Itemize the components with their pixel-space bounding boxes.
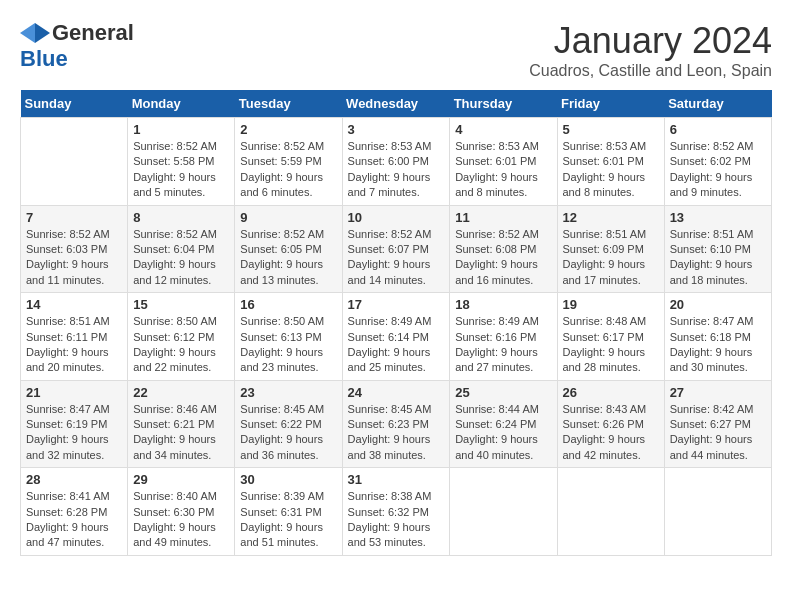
day-number: 24 [348, 385, 445, 400]
day-number: 1 [133, 122, 229, 137]
calendar-cell: 21Sunrise: 8:47 AMSunset: 6:19 PMDayligh… [21, 380, 128, 468]
calendar-table: SundayMondayTuesdayWednesdayThursdayFrid… [20, 90, 772, 556]
day-info: Sunrise: 8:50 AMSunset: 6:13 PMDaylight:… [240, 314, 336, 376]
day-number: 27 [670, 385, 766, 400]
calendar-cell: 6Sunrise: 8:52 AMSunset: 6:02 PMDaylight… [664, 118, 771, 206]
day-info: Sunrise: 8:42 AMSunset: 6:27 PMDaylight:… [670, 402, 766, 464]
day-number: 7 [26, 210, 122, 225]
day-info: Sunrise: 8:53 AMSunset: 6:00 PMDaylight:… [348, 139, 445, 201]
day-info: Sunrise: 8:53 AMSunset: 6:01 PMDaylight:… [563, 139, 659, 201]
calendar-cell: 29Sunrise: 8:40 AMSunset: 6:30 PMDayligh… [128, 468, 235, 556]
calendar-cell: 3Sunrise: 8:53 AMSunset: 6:00 PMDaylight… [342, 118, 450, 206]
day-info: Sunrise: 8:51 AMSunset: 6:11 PMDaylight:… [26, 314, 122, 376]
calendar-cell: 22Sunrise: 8:46 AMSunset: 6:21 PMDayligh… [128, 380, 235, 468]
day-number: 19 [563, 297, 659, 312]
day-info: Sunrise: 8:52 AMSunset: 6:04 PMDaylight:… [133, 227, 229, 289]
calendar-cell: 13Sunrise: 8:51 AMSunset: 6:10 PMDayligh… [664, 205, 771, 293]
calendar-cell: 15Sunrise: 8:50 AMSunset: 6:12 PMDayligh… [128, 293, 235, 381]
day-info: Sunrise: 8:40 AMSunset: 6:30 PMDaylight:… [133, 489, 229, 551]
day-info: Sunrise: 8:49 AMSunset: 6:16 PMDaylight:… [455, 314, 551, 376]
day-number: 12 [563, 210, 659, 225]
calendar-cell: 19Sunrise: 8:48 AMSunset: 6:17 PMDayligh… [557, 293, 664, 381]
calendar-cell: 10Sunrise: 8:52 AMSunset: 6:07 PMDayligh… [342, 205, 450, 293]
day-number: 23 [240, 385, 336, 400]
calendar-cell: 4Sunrise: 8:53 AMSunset: 6:01 PMDaylight… [450, 118, 557, 206]
logo-blue: Blue [20, 46, 68, 71]
day-info: Sunrise: 8:47 AMSunset: 6:19 PMDaylight:… [26, 402, 122, 464]
day-info: Sunrise: 8:52 AMSunset: 6:02 PMDaylight:… [670, 139, 766, 201]
day-number: 3 [348, 122, 445, 137]
logo: General Blue [20, 20, 134, 72]
weekday-header: Monday [128, 90, 235, 118]
day-number: 25 [455, 385, 551, 400]
day-number: 4 [455, 122, 551, 137]
title-block: January 2024 Cuadros, Castille and Leon,… [529, 20, 772, 80]
calendar-cell: 30Sunrise: 8:39 AMSunset: 6:31 PMDayligh… [235, 468, 342, 556]
day-info: Sunrise: 8:51 AMSunset: 6:09 PMDaylight:… [563, 227, 659, 289]
day-info: Sunrise: 8:47 AMSunset: 6:18 PMDaylight:… [670, 314, 766, 376]
day-info: Sunrise: 8:43 AMSunset: 6:26 PMDaylight:… [563, 402, 659, 464]
calendar-cell: 23Sunrise: 8:45 AMSunset: 6:22 PMDayligh… [235, 380, 342, 468]
day-info: Sunrise: 8:38 AMSunset: 6:32 PMDaylight:… [348, 489, 445, 551]
svg-marker-0 [35, 23, 50, 43]
day-number: 11 [455, 210, 551, 225]
day-info: Sunrise: 8:51 AMSunset: 6:10 PMDaylight:… [670, 227, 766, 289]
day-info: Sunrise: 8:52 AMSunset: 6:05 PMDaylight:… [240, 227, 336, 289]
day-info: Sunrise: 8:52 AMSunset: 5:59 PMDaylight:… [240, 139, 336, 201]
day-info: Sunrise: 8:52 AMSunset: 6:08 PMDaylight:… [455, 227, 551, 289]
calendar-cell: 2Sunrise: 8:52 AMSunset: 5:59 PMDaylight… [235, 118, 342, 206]
calendar-week-row: 21Sunrise: 8:47 AMSunset: 6:19 PMDayligh… [21, 380, 772, 468]
day-number: 26 [563, 385, 659, 400]
day-number: 30 [240, 472, 336, 487]
calendar-cell [21, 118, 128, 206]
calendar-cell [557, 468, 664, 556]
calendar-cell [450, 468, 557, 556]
day-info: Sunrise: 8:45 AMSunset: 6:23 PMDaylight:… [348, 402, 445, 464]
weekday-header: Friday [557, 90, 664, 118]
weekday-header: Saturday [664, 90, 771, 118]
day-number: 16 [240, 297, 336, 312]
day-number: 31 [348, 472, 445, 487]
weekday-header: Wednesday [342, 90, 450, 118]
day-number: 8 [133, 210, 229, 225]
day-number: 5 [563, 122, 659, 137]
day-number: 14 [26, 297, 122, 312]
calendar-cell: 8Sunrise: 8:52 AMSunset: 6:04 PMDaylight… [128, 205, 235, 293]
page-header: General Blue January 2024 Cuadros, Casti… [20, 20, 772, 80]
calendar-cell: 20Sunrise: 8:47 AMSunset: 6:18 PMDayligh… [664, 293, 771, 381]
day-info: Sunrise: 8:52 AMSunset: 6:03 PMDaylight:… [26, 227, 122, 289]
day-info: Sunrise: 8:41 AMSunset: 6:28 PMDaylight:… [26, 489, 122, 551]
weekday-header: Thursday [450, 90, 557, 118]
weekday-header: Tuesday [235, 90, 342, 118]
day-info: Sunrise: 8:46 AMSunset: 6:21 PMDaylight:… [133, 402, 229, 464]
day-number: 13 [670, 210, 766, 225]
day-info: Sunrise: 8:50 AMSunset: 6:12 PMDaylight:… [133, 314, 229, 376]
calendar-week-row: 14Sunrise: 8:51 AMSunset: 6:11 PMDayligh… [21, 293, 772, 381]
day-info: Sunrise: 8:48 AMSunset: 6:17 PMDaylight:… [563, 314, 659, 376]
day-number: 15 [133, 297, 229, 312]
calendar-week-row: 7Sunrise: 8:52 AMSunset: 6:03 PMDaylight… [21, 205, 772, 293]
svg-marker-1 [20, 23, 35, 43]
day-number: 18 [455, 297, 551, 312]
location-title: Cuadros, Castille and Leon, Spain [529, 62, 772, 80]
calendar-cell: 11Sunrise: 8:52 AMSunset: 6:08 PMDayligh… [450, 205, 557, 293]
day-info: Sunrise: 8:39 AMSunset: 6:31 PMDaylight:… [240, 489, 336, 551]
calendar-cell: 18Sunrise: 8:49 AMSunset: 6:16 PMDayligh… [450, 293, 557, 381]
calendar-cell: 12Sunrise: 8:51 AMSunset: 6:09 PMDayligh… [557, 205, 664, 293]
day-number: 17 [348, 297, 445, 312]
day-info: Sunrise: 8:52 AMSunset: 5:58 PMDaylight:… [133, 139, 229, 201]
weekday-header: Sunday [21, 90, 128, 118]
calendar-header-row: SundayMondayTuesdayWednesdayThursdayFrid… [21, 90, 772, 118]
day-number: 2 [240, 122, 336, 137]
month-title: January 2024 [529, 20, 772, 62]
calendar-cell: 27Sunrise: 8:42 AMSunset: 6:27 PMDayligh… [664, 380, 771, 468]
day-number: 21 [26, 385, 122, 400]
calendar-cell: 7Sunrise: 8:52 AMSunset: 6:03 PMDaylight… [21, 205, 128, 293]
day-number: 28 [26, 472, 122, 487]
calendar-cell: 9Sunrise: 8:52 AMSunset: 6:05 PMDaylight… [235, 205, 342, 293]
calendar-cell: 14Sunrise: 8:51 AMSunset: 6:11 PMDayligh… [21, 293, 128, 381]
day-number: 10 [348, 210, 445, 225]
day-info: Sunrise: 8:53 AMSunset: 6:01 PMDaylight:… [455, 139, 551, 201]
day-number: 29 [133, 472, 229, 487]
day-number: 9 [240, 210, 336, 225]
